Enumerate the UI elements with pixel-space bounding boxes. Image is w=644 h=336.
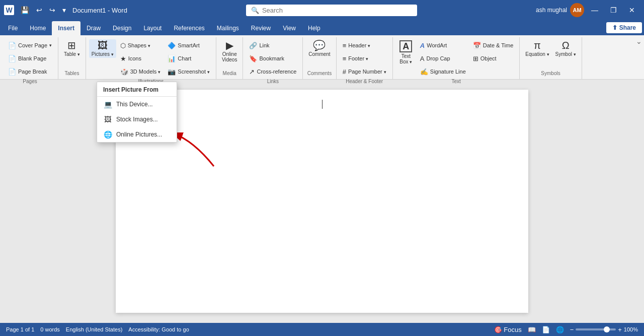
page-break-button[interactable]: 📄 Page Break bbox=[5, 65, 55, 78]
bookmark-button[interactable]: 🔖 Bookmark bbox=[246, 52, 299, 64]
wordart-button[interactable]: A WordArt bbox=[417, 39, 469, 51]
document-title: Document1 - Word bbox=[72, 7, 127, 14]
text-label: Text bbox=[451, 78, 460, 85]
footer-button[interactable]: ≡ Footer ▾ bbox=[340, 52, 389, 64]
ribbon-group-links: 🔗 Link 🔖 Bookmark ↗ Cross-reference Link… bbox=[243, 37, 303, 79]
drop-cap-button[interactable]: A Drop Cap bbox=[417, 52, 469, 64]
header-footer-label: Header & Footer bbox=[346, 78, 383, 85]
word-count: 0 words bbox=[40, 326, 60, 332]
customize-qa-button[interactable]: ▾ bbox=[60, 5, 68, 15]
search-input[interactable] bbox=[262, 7, 403, 14]
3dmodels-button[interactable]: 🎲 3D Models ▾ bbox=[117, 65, 164, 78]
minimize-button[interactable]: — bbox=[586, 4, 603, 16]
media-label: Media bbox=[223, 70, 236, 77]
this-device-label: This Device... bbox=[116, 101, 153, 108]
cover-page-button[interactable]: 📄 Cover Page ▾ bbox=[5, 39, 55, 51]
online-videos-button[interactable]: ▶ OnlineVideos bbox=[219, 39, 239, 63]
zoom-out-button[interactable]: − bbox=[570, 326, 574, 333]
pages-col: 📄 Cover Page ▾ 📄 Blank Page 📄 Page Break bbox=[5, 39, 55, 78]
symbol-icon: Ω bbox=[562, 40, 570, 50]
web-layout-button[interactable]: 🌐 bbox=[556, 326, 564, 333]
page-number-icon: # bbox=[343, 68, 346, 76]
signature-line-button[interactable]: ✍ Signature Line bbox=[417, 65, 469, 78]
comment-button[interactable]: 💬 Comment bbox=[306, 39, 333, 58]
blank-page-icon: 📄 bbox=[8, 55, 16, 62]
tab-draw[interactable]: Draw bbox=[80, 21, 107, 35]
user-name: ash mughal bbox=[536, 7, 567, 14]
header-icon: ≡ bbox=[343, 42, 347, 49]
word-icon: W bbox=[4, 5, 14, 15]
icons-button[interactable]: ★ Icons bbox=[117, 52, 164, 64]
undo-button[interactable]: ↩ bbox=[34, 5, 45, 15]
online-pictures-item[interactable]: 🌐 Online Pictures... bbox=[97, 127, 177, 142]
links-col: 🔗 Link 🔖 Bookmark ↗ Cross-reference bbox=[246, 39, 299, 78]
pages-label: Pages bbox=[23, 78, 37, 85]
ribbon-collapse-button[interactable]: ⌄ bbox=[636, 37, 642, 45]
tab-insert[interactable]: Insert bbox=[52, 21, 80, 35]
tab-review[interactable]: Review bbox=[245, 21, 277, 35]
ribbon-group-media: ▶ OnlineVideos Media bbox=[216, 37, 243, 79]
equation-button[interactable]: π Equation ▾ bbox=[523, 39, 551, 58]
symbol-button[interactable]: Ω Symbol ▾ bbox=[553, 39, 579, 58]
shapes-button[interactable]: ⬡ Shapes ▾ bbox=[117, 39, 164, 51]
tab-mailings[interactable]: Mailings bbox=[211, 21, 245, 35]
text-box-icon: A bbox=[399, 40, 412, 52]
link-button[interactable]: 🔗 Link bbox=[246, 39, 299, 51]
smartart-button[interactable]: 🔷 SmartArt bbox=[165, 39, 213, 51]
tab-layout[interactable]: Layout bbox=[137, 21, 168, 35]
wordart-icon: A bbox=[420, 42, 425, 49]
object-button[interactable]: ⊞ Object bbox=[470, 52, 517, 64]
title-bar: W 💾 ↩ ↪ ▾ Document1 - Word 🔍 ash mughal … bbox=[0, 0, 644, 20]
header-button[interactable]: ≡ Header ▾ bbox=[340, 39, 389, 51]
print-layout-button[interactable]: 📄 bbox=[542, 326, 550, 333]
pictures-button[interactable]: 🖼 Pictures ▾ bbox=[89, 39, 116, 58]
zoom-level: 100% bbox=[624, 326, 638, 332]
tables-items: ⊞ Table ▾ bbox=[61, 39, 83, 70]
tab-file[interactable]: File bbox=[2, 21, 24, 35]
smartart-icon: 🔷 bbox=[168, 42, 176, 49]
cover-page-icon: 📄 bbox=[8, 42, 16, 49]
cross-reference-button[interactable]: ↗ Cross-reference bbox=[246, 65, 299, 78]
illustrations-items: 🖼 Pictures ▾ ⬡ Shapes ▾ ★ Icons 🎲 3D Mod… bbox=[89, 39, 213, 78]
share-button[interactable]: ⬆ Share bbox=[606, 22, 642, 33]
dropdown-header: Insert Picture From bbox=[97, 82, 177, 97]
tab-view[interactable]: View bbox=[277, 21, 302, 35]
header-footer-items: ≡ Header ▾ ≡ Footer ▾ # Page Number ▾ bbox=[340, 39, 389, 78]
redo-button[interactable]: ↪ bbox=[47, 5, 58, 15]
insert-picture-dropdown: Insert Picture From 💻 This Device... 🖼 S… bbox=[97, 82, 177, 143]
focus-button[interactable]: 🎯 Focus bbox=[494, 326, 522, 333]
bookmark-icon: 🔖 bbox=[249, 55, 257, 62]
links-label: Links bbox=[267, 78, 279, 85]
blank-page-button[interactable]: 📄 Blank Page bbox=[5, 52, 55, 64]
page-info: Page 1 of 1 bbox=[6, 326, 34, 332]
screenshot-button[interactable]: 📷 Screenshot ▾ bbox=[165, 65, 213, 78]
online-pictures-label: Online Pictures... bbox=[116, 131, 162, 138]
footer-icon: ≡ bbox=[343, 55, 347, 62]
stock-images-icon: 🖼 bbox=[103, 115, 112, 123]
chart-button[interactable]: 📊 Chart bbox=[165, 52, 213, 64]
table-icon: ⊞ bbox=[67, 40, 76, 50]
ribbon-group-pages: 📄 Cover Page ▾ 📄 Blank Page 📄 Page Break… bbox=[2, 37, 58, 79]
restore-button[interactable]: ❐ bbox=[605, 4, 622, 16]
table-button[interactable]: ⊞ Table ▾ bbox=[61, 39, 83, 58]
tab-references[interactable]: References bbox=[168, 21, 210, 35]
tab-home[interactable]: Home bbox=[24, 21, 52, 35]
save-button[interactable]: 💾 bbox=[18, 5, 32, 15]
close-button[interactable]: ✕ bbox=[624, 4, 640, 16]
ribbon-group-illustrations: 🖼 Pictures ▾ ⬡ Shapes ▾ ★ Icons 🎲 3D Mod… bbox=[86, 37, 216, 79]
zoom-in-button[interactable]: + bbox=[618, 326, 622, 333]
page-number-button[interactable]: # Page Number ▾ bbox=[340, 65, 389, 78]
tab-help[interactable]: Help bbox=[302, 21, 327, 35]
this-device-icon: 💻 bbox=[103, 100, 112, 108]
text-box-button[interactable]: A TextBox ▾ bbox=[396, 39, 416, 65]
user-avatar: AM bbox=[570, 3, 584, 17]
read-mode-button[interactable]: 📖 bbox=[528, 326, 536, 333]
search-bar[interactable]: 🔍 bbox=[246, 5, 417, 16]
stock-images-label: Stock Images... bbox=[116, 116, 158, 123]
this-device-item[interactable]: 💻 This Device... bbox=[97, 97, 177, 112]
document-page bbox=[116, 90, 528, 313]
zoom-slider[interactable] bbox=[576, 328, 616, 330]
stock-images-item[interactable]: 🖼 Stock Images... bbox=[97, 112, 177, 127]
datetime-button[interactable]: 📅 Date & Time bbox=[470, 39, 517, 51]
tab-design[interactable]: Design bbox=[107, 21, 137, 35]
